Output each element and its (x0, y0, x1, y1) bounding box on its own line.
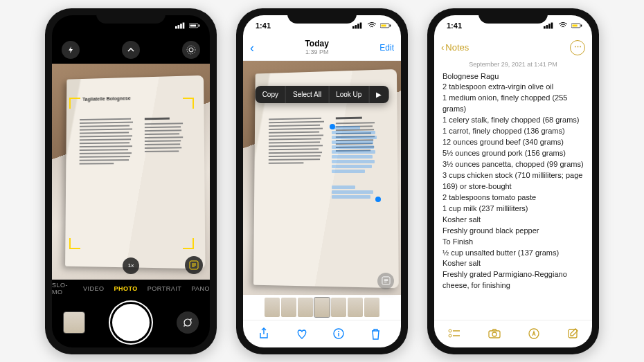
mode-video[interactable]: VIDEO (83, 285, 105, 292)
menu-copy[interactable]: Copy (256, 86, 286, 103)
photo-filmstrip[interactable] (243, 295, 401, 320)
camera-viewfinder[interactable]: Tagliatelle Bolognese 1x (52, 64, 210, 280)
book-title: Tagliatelle Bolognese (82, 96, 130, 102)
svg-point-36 (449, 334, 451, 337)
filmstrip-thumb[interactable] (298, 298, 313, 317)
zoom-badge[interactable]: 1x (123, 257, 139, 274)
filmstrip-thumb[interactable] (364, 298, 379, 317)
filmstrip-thumb[interactable] (331, 298, 346, 317)
svg-rect-28 (546, 25, 548, 28)
status-indicators (544, 22, 582, 29)
flash-button[interactable] (62, 41, 80, 59)
markup-button[interactable] (528, 328, 539, 339)
note-line: Freshly grated Parmigiano-Reggiano chees… (442, 269, 584, 291)
text-selection[interactable] (332, 126, 379, 200)
status-time: 1:41 (256, 21, 271, 30)
nav-title: Today 1:39 PM (305, 39, 328, 55)
svg-rect-16 (360, 22, 362, 28)
svg-rect-0 (175, 26, 177, 28)
checklist-button[interactable] (448, 329, 460, 338)
mode-portrait[interactable]: PORTRAIT (147, 285, 181, 292)
status-indicators (175, 22, 200, 29)
info-button[interactable] (333, 328, 348, 339)
note-line: To Finish (442, 237, 584, 248)
note-line: Kosher salt (442, 258, 584, 269)
note-body[interactable]: Bolognese Ragu2 tablespoon extra-virgin … (434, 71, 592, 320)
note-line: 5½ ounces ground pork (156 grams) (442, 148, 584, 159)
filmstrip-thumb[interactable] (281, 298, 296, 317)
svg-rect-19 (390, 24, 391, 26)
notch (287, 8, 357, 24)
camera-mode-strip[interactable]: SLO-MO VIDEO PHOTO PORTRAIT PANO (52, 280, 210, 298)
svg-point-8 (187, 46, 195, 54)
notch (478, 8, 548, 24)
svg-point-34 (449, 329, 451, 332)
live-text-button[interactable] (185, 256, 203, 274)
filmstrip-thumb[interactable] (314, 298, 330, 317)
notes-toolbar (434, 320, 592, 347)
live-text-button[interactable] (377, 273, 394, 289)
svg-rect-6 (199, 24, 199, 26)
phone-notes: 1:41 ‹ Notes ⋯ September 29, 2021 at 1:4… (427, 8, 599, 354)
book-ingredients (145, 118, 187, 155)
shutter-button[interactable] (112, 304, 150, 341)
mode-slomo[interactable]: SLO-MO (52, 282, 73, 296)
svg-point-7 (189, 48, 193, 52)
livetext-bracket (69, 238, 80, 249)
photo-view[interactable]: Tagliatelle Bolognese Copy Select All Lo… (243, 61, 401, 295)
menu-more-arrow[interactable]: ▶ (369, 86, 388, 103)
note-line: Kosher salt (442, 215, 584, 226)
menu-select-all[interactable]: Select All (286, 86, 329, 103)
svg-rect-33 (581, 24, 582, 26)
note-line: ½ cup unsalted butter (137 grams) (442, 248, 584, 259)
svg-rect-30 (551, 22, 553, 28)
delete-button[interactable] (370, 328, 386, 340)
note-line: 2 tablespoon extra-virgin olive oil (442, 82, 584, 93)
mode-pano[interactable]: PANO (191, 285, 210, 292)
svg-rect-27 (544, 26, 546, 28)
last-photo-thumbnail[interactable] (63, 311, 85, 334)
note-line: 1 celery stalk, finely chopped (68 grams… (442, 115, 584, 126)
note-line: 1 medium onion, finely chopped (255 gram… (442, 93, 584, 115)
selection-handle-start[interactable] (330, 124, 335, 129)
svg-rect-41 (569, 329, 577, 338)
svg-rect-1 (178, 25, 180, 28)
note-line: Freshly ground black pepper (442, 226, 584, 237)
filmstrip-thumb[interactable] (348, 298, 363, 317)
photos-nav-bar: ‹ Today 1:39 PM Edit (243, 36, 401, 61)
share-button[interactable] (258, 327, 274, 340)
svg-point-39 (492, 332, 497, 336)
notch (96, 8, 166, 24)
svg-rect-13 (352, 26, 355, 28)
mode-photo[interactable]: PHOTO (114, 285, 137, 292)
svg-rect-3 (183, 22, 185, 28)
text-selection-menu: Copy Select All Look Up ▶ (256, 86, 389, 103)
more-button[interactable]: ⋯ (570, 40, 585, 55)
note-line: Bolognese Ragu (442, 71, 584, 82)
svg-rect-2 (180, 24, 182, 28)
back-button[interactable]: ‹ Notes (441, 42, 469, 53)
svg-rect-14 (355, 25, 357, 28)
note-line: 2 tablespoons tomato paste (442, 192, 584, 203)
filmstrip-thumb[interactable] (265, 298, 280, 317)
edit-button[interactable]: Edit (379, 43, 394, 53)
camera-top-bar (52, 36, 210, 64)
svg-rect-5 (190, 24, 196, 26)
note-line: 1 carrot, finely chopped (136 grams) (442, 126, 584, 137)
note-line: 12 ounces ground beef (340 grams) (442, 137, 584, 148)
book-body-text (267, 118, 327, 264)
camera-button[interactable] (488, 329, 501, 338)
chevron-up-icon[interactable] (122, 41, 140, 59)
livetext-bracket (69, 98, 80, 109)
favorite-button[interactable] (296, 328, 311, 339)
camera-controls (52, 298, 210, 347)
camera-flip-button[interactable] (177, 311, 199, 334)
notes-nav-bar: ‹ Notes ⋯ (434, 36, 592, 60)
phone-photos: 1:41 ‹ Today 1:39 PM Edit Tagliatelle Bo… (236, 8, 408, 354)
livetext-bracket (183, 98, 194, 109)
back-button[interactable]: ‹ (250, 41, 254, 55)
book-body-text (79, 118, 136, 248)
menu-look-up[interactable]: Look Up (329, 86, 369, 103)
live-photo-button[interactable] (182, 41, 200, 59)
compose-button[interactable] (567, 328, 578, 339)
